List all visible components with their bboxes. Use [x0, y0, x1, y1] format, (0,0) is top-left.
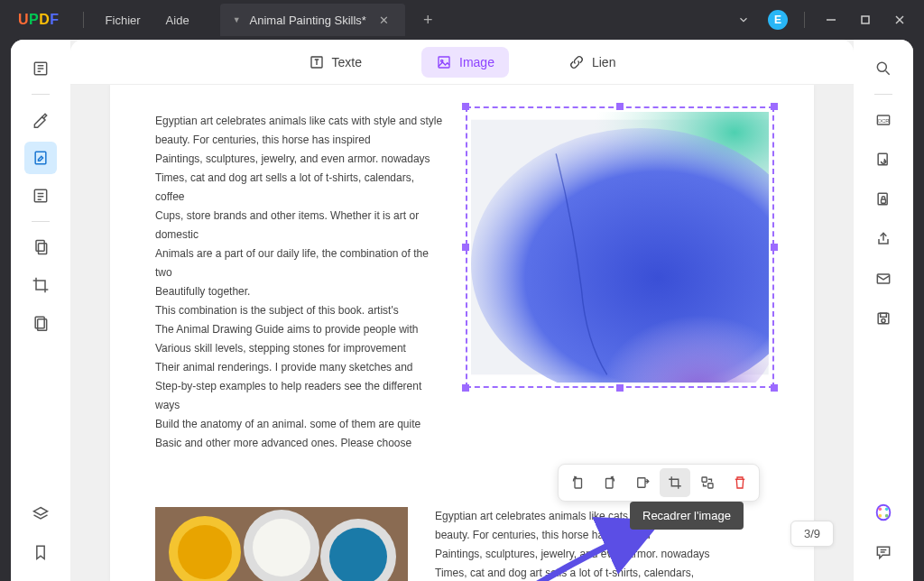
edit-toolbar: Texte Image Lien	[70, 40, 854, 85]
close-window-button[interactable]	[882, 4, 917, 36]
svg-rect-14	[39, 244, 47, 254]
crop-tooltip: Recadrer l'image	[630, 502, 744, 530]
ocr-icon[interactable]: OCR	[867, 104, 900, 136]
svg-rect-1	[862, 16, 869, 23]
layers-icon[interactable]	[24, 498, 57, 530]
comment-icon[interactable]	[867, 536, 900, 568]
protect-icon[interactable]	[867, 183, 900, 216]
separator	[874, 94, 892, 95]
replace-image-icon[interactable]	[692, 468, 723, 497]
selection-outline	[466, 106, 774, 388]
user-avatar[interactable]: E	[761, 4, 795, 36]
svg-rect-52	[882, 199, 886, 203]
image-context-toolbar	[558, 464, 760, 502]
svg-rect-43	[638, 478, 645, 488]
link-icon	[568, 54, 585, 70]
document-tab[interactable]: ▼ Animal Painting Skills* ✕	[220, 4, 405, 36]
tool-text[interactable]: Texte	[294, 47, 376, 78]
organize-icon[interactable]	[24, 231, 57, 263]
bookmark-icon[interactable]	[24, 536, 57, 568]
delete-image-icon[interactable]	[725, 468, 755, 497]
tool-text-label: Texte	[332, 55, 362, 69]
resize-handle[interactable]	[616, 103, 624, 110]
divider	[804, 12, 805, 28]
svg-line-47	[886, 71, 890, 75]
left-sidebar	[11, 40, 70, 581]
text-column-left: Egyptian art celebrates animals like cat…	[155, 112, 444, 453]
tab-menu-icon[interactable]: ▼	[233, 15, 241, 24]
compress-icon[interactable]	[24, 307, 57, 339]
share-icon[interactable]	[867, 223, 900, 255]
tab-bar: ▼ Animal Painting Skills* ✕ +	[220, 0, 440, 40]
resize-handle[interactable]	[462, 103, 469, 110]
svg-rect-41	[575, 479, 582, 489]
divider	[83, 12, 84, 28]
close-tab-icon[interactable]: ✕	[375, 12, 393, 29]
paint-cups-image	[155, 507, 408, 581]
resize-handle[interactable]	[771, 384, 778, 392]
email-icon[interactable]	[867, 263, 900, 295]
svg-point-46	[877, 62, 886, 71]
crop-icon[interactable]	[24, 269, 57, 301]
page-indicator[interactable]: 3/9	[790, 521, 834, 547]
extract-image-icon[interactable]	[627, 468, 658, 497]
svg-rect-55	[881, 313, 887, 317]
minimize-button[interactable]	[814, 4, 848, 36]
workspace: Texte Image Lien Egyptian art celebrates…	[11, 40, 913, 581]
crop-image-icon[interactable]	[660, 468, 690, 497]
resize-handle[interactable]	[462, 244, 469, 251]
svg-rect-13	[36, 241, 44, 252]
svg-point-59	[879, 514, 882, 518]
resize-handle[interactable]	[616, 384, 624, 392]
menu-help[interactable]: Aide	[153, 14, 202, 27]
svg-point-29	[178, 525, 232, 579]
tab-title: Animal Painting Skills*	[250, 14, 366, 27]
window-controls: E	[726, 4, 924, 36]
new-tab-button[interactable]: +	[416, 7, 440, 33]
highlight-icon[interactable]	[24, 104, 57, 136]
svg-point-58	[885, 508, 889, 512]
ai-assistant-icon[interactable]	[867, 496, 900, 529]
svg-point-57	[879, 508, 882, 512]
selected-image[interactable]	[471, 112, 769, 383]
svg-point-31	[253, 519, 310, 576]
page-canvas[interactable]: Egyptian art celebrates animals like cat…	[70, 85, 854, 581]
chevron-down-icon[interactable]	[726, 4, 761, 36]
rotate-left-icon[interactable]	[562, 468, 593, 497]
convert-icon[interactable]	[867, 143, 900, 176]
tool-image[interactable]: Image	[421, 47, 509, 78]
resize-handle[interactable]	[771, 103, 778, 110]
titlebar: UPDF Fichier Aide ▼ Animal Painting Skil…	[0, 0, 924, 40]
view-icon[interactable]	[24, 52, 57, 85]
app-logo: UPDF	[0, 12, 74, 28]
tool-link-label: Lien	[592, 55, 615, 69]
svg-rect-44	[702, 477, 707, 482]
separator	[32, 94, 50, 95]
resize-handle[interactable]	[771, 244, 778, 251]
center-area: Texte Image Lien Egyptian art celebrates…	[70, 40, 854, 581]
save-icon[interactable]	[867, 302, 900, 335]
tool-link[interactable]: Lien	[554, 47, 630, 78]
menu-file[interactable]: Fichier	[93, 14, 153, 27]
svg-rect-42	[606, 479, 614, 489]
search-icon[interactable]	[867, 52, 900, 85]
maximize-button[interactable]	[848, 4, 882, 36]
svg-marker-17	[34, 508, 48, 515]
separator	[32, 221, 50, 222]
tool-image-label: Image	[459, 55, 494, 69]
right-sidebar: OCR	[854, 40, 913, 581]
edit-icon[interactable]	[24, 142, 57, 174]
svg-point-56	[882, 318, 885, 322]
text-icon	[309, 54, 325, 70]
resize-handle[interactable]	[462, 384, 469, 392]
form-icon[interactable]	[24, 180, 57, 212]
rotate-right-icon[interactable]	[595, 468, 625, 497]
svg-text:OCR: OCR	[878, 118, 890, 124]
svg-rect-21	[439, 57, 449, 68]
image-icon	[436, 54, 452, 70]
svg-rect-45	[708, 484, 713, 488]
svg-point-60	[885, 514, 889, 518]
